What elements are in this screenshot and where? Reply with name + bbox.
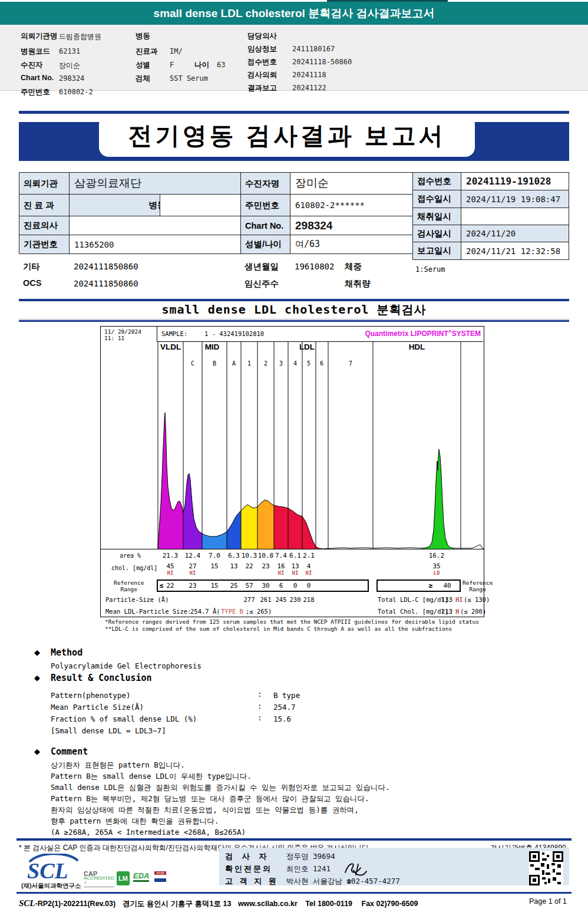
lab-report-page: small dense LDL cholesterol 분획검사 검사결과보고서… bbox=[0, 0, 588, 922]
chart-footnote-1: *Reference ranges derived from 125 serum… bbox=[105, 618, 479, 625]
cell-value bbox=[69, 216, 241, 235]
total-chol-value: 213 bbox=[441, 608, 452, 615]
report-title-bar: small dense LDL cholesterol 분획검사 검사결과보고서 bbox=[0, 2, 588, 25]
ref-label-line1: Reference bbox=[463, 579, 493, 586]
band-area-value: 6.1 bbox=[289, 552, 301, 559]
cell-value: 삼광의료재단 bbox=[69, 172, 241, 195]
chol-row-label: chol. [mg/dl] bbox=[111, 565, 157, 571]
band-chol-value: 23 bbox=[262, 562, 269, 570]
band-group-label: HDL bbox=[409, 343, 425, 351]
band-sub-label: 6 bbox=[320, 360, 323, 367]
section-underline-thick bbox=[19, 320, 569, 322]
lipoprint-chart: 11/ 20/2024 11: 11 SAMPLE: 1 - 432419102… bbox=[100, 326, 484, 617]
band-area-value: 21.3 bbox=[163, 552, 179, 559]
band-sub-label: C bbox=[191, 360, 194, 367]
band-sub-label: 3 bbox=[279, 360, 283, 367]
row-value: 2024111850860 bbox=[74, 279, 138, 288]
scl-logo-text: SCL bbox=[27, 858, 68, 882]
band-area-value: 7.4 bbox=[275, 552, 287, 559]
ref-row-label: Reference Range bbox=[114, 580, 144, 592]
cell-value: 장미순 bbox=[290, 172, 413, 195]
cell-label: 진료의사 bbox=[19, 216, 70, 235]
curve-fill-segment bbox=[241, 505, 257, 549]
particle-row-label: Particle-Size (Å) bbox=[105, 596, 169, 603]
chart-date: 11/ 20/2024 bbox=[104, 328, 141, 335]
anab-logo-text: ANAB bbox=[156, 871, 164, 875]
band-particle-size: 261 bbox=[260, 596, 272, 603]
band-ref-value: 0 bbox=[307, 582, 311, 590]
examiner-value: 정두영 39694 bbox=[286, 852, 335, 862]
footer-info-row: SCL-RP2(1)-202211(Rev.03) 경기도 용인시 기흥구 흥덕… bbox=[19, 898, 418, 909]
result-colon: : bbox=[257, 713, 262, 722]
scl-logo: SCL bbox=[21, 854, 86, 882]
header-field-label: 수진자 bbox=[21, 60, 43, 70]
band-area-value: 2.1 bbox=[303, 552, 315, 559]
cell-label: 주민번호 bbox=[240, 194, 290, 216]
qr-code bbox=[529, 851, 563, 885]
cell-value: 610802-2****** bbox=[290, 194, 413, 216]
sample-id: 1 - 432419102810 bbox=[204, 330, 264, 337]
row-value: 19610802 bbox=[295, 262, 334, 271]
confirming-physician-value: 최인호 1241 bbox=[286, 864, 331, 874]
banner-title: 전기영동 검사결과 보고서 bbox=[99, 115, 475, 157]
cell-label: 진 료 과 bbox=[19, 194, 70, 216]
cap-logo-text2: ACCREDITED ✓ bbox=[84, 875, 114, 885]
lipoprint-brand: Quantimetrix LIPOPRINT®SYSTEM bbox=[365, 329, 481, 338]
footer-line-1 bbox=[16, 838, 572, 841]
row-label: 임신주수 bbox=[245, 278, 279, 289]
examiner-label: 검 사 자 bbox=[225, 851, 270, 862]
diamond-bullet-icon: ◆ bbox=[34, 673, 40, 682]
result-colon: : bbox=[257, 702, 262, 710]
header-field-label: 임상정보 bbox=[247, 44, 277, 54]
band-chol-value: 16 bbox=[277, 562, 285, 570]
customer-support-value: 박사현 서울강남 ☎02-457-4277 bbox=[286, 877, 400, 887]
curve-fill-segment bbox=[288, 508, 302, 549]
header-field-value: F bbox=[170, 61, 174, 69]
chart-datetime: 11/ 20/2024 11: 11 bbox=[104, 328, 141, 341]
band-area-value: 10.8 bbox=[258, 552, 274, 559]
cell-label: 의뢰기관 bbox=[19, 172, 70, 195]
lm-logo-text: LM bbox=[118, 875, 128, 882]
method-body: Polyacrylamide Gel Electrophoresis bbox=[51, 661, 201, 670]
mean-open: Å( bbox=[213, 608, 220, 615]
area-row-label: area % bbox=[120, 552, 141, 559]
band-chol-value: 13 bbox=[230, 562, 237, 570]
header-field-value: IM/ bbox=[170, 47, 183, 55]
mean-value: 254.7 bbox=[190, 608, 209, 615]
header-field-label: 의뢰기관명 bbox=[21, 31, 58, 41]
ref-label-line1: Reference bbox=[114, 579, 144, 586]
band-area-value: 12.4 bbox=[185, 552, 201, 559]
brand-text: Quantimetrix LIPOPRINT bbox=[365, 330, 448, 338]
result-note: [Small dense LDL = LDL3~7] bbox=[51, 726, 166, 735]
cell-label: 보고일시 bbox=[412, 242, 461, 260]
header-field-label: Chart No. bbox=[21, 74, 54, 82]
header-field-value: 드림종합병원 bbox=[59, 32, 101, 42]
result-row-value: 254.7 bbox=[273, 703, 296, 712]
band-flag: HI bbox=[292, 570, 299, 576]
band-sub-label: 7 bbox=[349, 360, 352, 367]
footer-address: 경기도 용인시 기흥구 흥덕1로 13 bbox=[123, 900, 232, 908]
footer-doc-code: -RP2(1)-202211(Rev.03) bbox=[35, 900, 116, 908]
mean-close: ;≤ 265) bbox=[246, 608, 272, 615]
band-particle-size: 230 bbox=[290, 596, 301, 603]
brand-text2: SYSTEM bbox=[452, 330, 481, 338]
footer-fax: Fax 02)790-6509 bbox=[362, 900, 418, 908]
ref-row-label-right: Reference Range bbox=[463, 580, 493, 592]
curve-fill-segment bbox=[183, 473, 202, 549]
cell-label: 접수번호 bbox=[412, 172, 461, 190]
section-underline-thin bbox=[19, 319, 569, 320]
band-flag: HI bbox=[190, 570, 196, 576]
cap-accredited-logo: CAP ACCREDITED ✓ bbox=[84, 871, 114, 889]
section-title: small dense LDL cholesterol 분획검사 bbox=[19, 302, 569, 318]
table-top-border bbox=[101, 549, 484, 549]
total-chol-flag: H bbox=[455, 608, 459, 615]
header-field-label: 검체 bbox=[136, 74, 150, 84]
confirming-physician-label: 확인전문의 bbox=[225, 864, 272, 874]
band-ref-value: 25 bbox=[230, 582, 237, 590]
curve-fill-segment bbox=[227, 511, 241, 549]
curve-fill-segment bbox=[257, 500, 274, 549]
band-chol-value: 15 bbox=[210, 562, 218, 570]
comment-line: (A ≥268A, 265A < Intermediate <268A, B≤2… bbox=[51, 826, 246, 838]
ref-label-line2: Range bbox=[469, 586, 486, 592]
band-sub-label: 1 bbox=[247, 360, 251, 367]
